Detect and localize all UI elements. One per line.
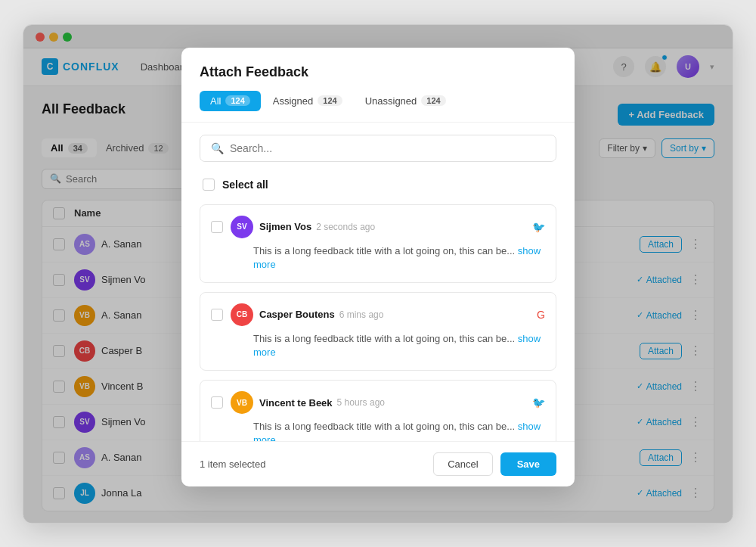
attach-feedback-modal: Attach Feedback All 124 Assigned 124 Una… — [181, 48, 575, 486]
feedback-item-body: This is a long feedback title with a lot… — [211, 332, 545, 359]
modal-search-icon: 🔍 — [211, 142, 224, 154]
modal-tab-assigned-label: Assigned — [273, 95, 313, 107]
modal-overlay[interactable]: Attach Feedback All 124 Assigned 124 Una… — [23, 25, 733, 523]
feedback-item-header: CB Casper Boutens 6 mins ago G — [211, 303, 545, 326]
feedback-item-checkbox[interactable] — [211, 221, 223, 233]
modal-tab-all[interactable]: All 124 — [200, 91, 261, 111]
feedback-item-header: VB Vincent te Beek 5 hours ago 🐦 — [211, 391, 545, 414]
feedback-item-time: 5 hours ago — [337, 397, 385, 408]
feedback-item-name: Sijmen Vos — [259, 221, 311, 232]
feedback-item-header: SV Sijmen Vos 2 seconds ago 🐦 — [211, 216, 545, 238]
feedback-item-body: This is a long feedback title with a lot… — [211, 420, 545, 440]
feedback-item-avatar: SV — [231, 216, 253, 238]
feedback-item: VB Vincent te Beek 5 hours ago 🐦 This is… — [200, 380, 556, 440]
modal-tab-all-label: All — [210, 95, 221, 107]
modal-body: 🔍 Select all SV Sijmen Vos 2 seconds ago — [181, 123, 575, 441]
twitter-icon: 🐦 — [532, 221, 545, 233]
modal-footer: 1 item selected Cancel Save — [181, 441, 575, 486]
feedback-item-body: This is a long feedback title with a lot… — [211, 244, 545, 272]
select-all-checkbox[interactable] — [203, 179, 215, 191]
modal-tab-unassigned-label: Unassigned — [365, 95, 417, 107]
selected-count: 1 item selected — [200, 458, 265, 470]
cancel-button[interactable]: Cancel — [433, 452, 492, 476]
feedback-item-text: This is a long feedback title with a lot… — [253, 333, 515, 344]
select-all-label: Select all — [222, 179, 268, 191]
feedback-item-name: Vincent te Beek — [259, 397, 333, 409]
feedback-item-time: 6 mins ago — [339, 309, 384, 320]
feedback-item-text: This is a long feedback title with a lot… — [253, 421, 515, 432]
modal-search-box[interactable]: 🔍 — [200, 135, 556, 162]
modal-tab-assigned[interactable]: Assigned 124 — [262, 91, 353, 111]
save-button[interactable]: Save — [500, 452, 556, 476]
modal-tab-all-badge: 124 — [225, 95, 249, 106]
modal-header: Attach Feedback All 124 Assigned 124 Una… — [181, 48, 575, 123]
modal-title: Attach Feedback — [200, 64, 556, 80]
modal-tab-unassigned[interactable]: Unassigned 124 — [355, 91, 457, 111]
feedback-item-avatar: CB — [231, 303, 253, 326]
footer-buttons: Cancel Save — [433, 452, 556, 476]
feedback-item-checkbox[interactable] — [211, 396, 223, 409]
feedback-item-text: This is a long feedback title with a lot… — [253, 245, 515, 256]
feedback-item-name: Casper Boutens — [259, 309, 335, 320]
modal-tab-unassigned-badge: 124 — [421, 95, 445, 106]
modal-search-input[interactable] — [230, 142, 545, 154]
twitter-icon: 🐦 — [532, 396, 545, 409]
feedback-item: SV Sijmen Vos 2 seconds ago 🐦 This is a … — [200, 204, 556, 283]
feedback-item-checkbox[interactable] — [211, 309, 223, 321]
feedback-item-time: 2 seconds ago — [316, 222, 375, 232]
google-icon: G — [537, 309, 545, 321]
select-all-row[interactable]: Select all — [200, 172, 556, 197]
modal-tab-assigned-badge: 124 — [318, 95, 342, 106]
feedback-item: CB Casper Boutens 6 mins ago G This is a… — [200, 292, 556, 371]
feedback-item-avatar: VB — [231, 391, 253, 414]
modal-tabs: All 124 Assigned 124 Unassigned 124 — [200, 91, 556, 111]
